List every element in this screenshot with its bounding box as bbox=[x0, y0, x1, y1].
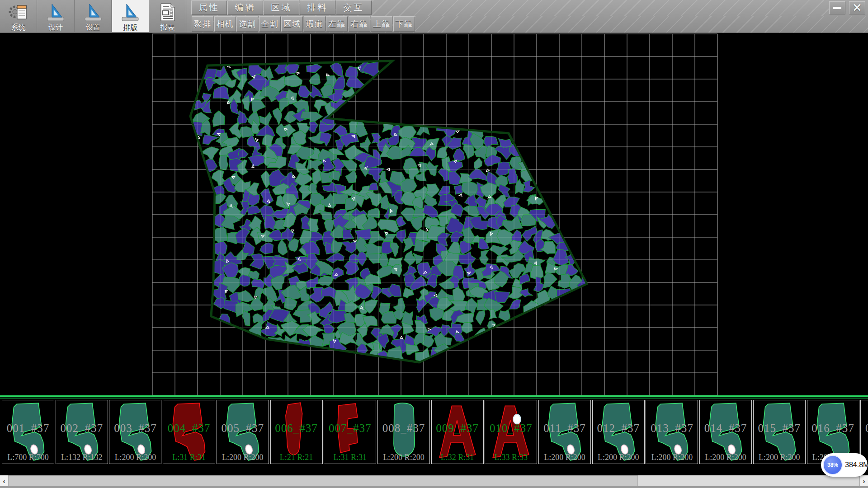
minimize-button[interactable] bbox=[829, 1, 845, 14]
piece-lr-count: L:31 R:31 bbox=[163, 453, 215, 462]
scroll-right-button[interactable]: › bbox=[859, 475, 868, 486]
menu-row2-item-7[interactable]: 右靠 bbox=[349, 16, 370, 32]
gear-notebook-icon bbox=[8, 2, 29, 23]
memory-usage: 384.8M bbox=[845, 453, 868, 477]
nav-item-0[interactable]: 系统 bbox=[0, 0, 37, 32]
piece-lr-count: L:200 R:200 bbox=[378, 453, 429, 462]
nav-item-1[interactable]: 设计 bbox=[38, 0, 75, 32]
menu-row-1: 属性编辑区域排料交互 bbox=[191, 0, 830, 16]
piece-lr-count: L:200 R:200 bbox=[109, 453, 161, 462]
app-window: 属性编辑区域排料交互 聚排相机选割全割区域瑕疵左靠右靠上靠下靠 系统设计设置排版… bbox=[0, 0, 868, 488]
set-square-icon bbox=[83, 2, 104, 23]
bottom-filler bbox=[0, 486, 868, 488]
nav-item-label: 报表 bbox=[160, 23, 175, 32]
thumbnail-cell-005_#37[interactable]: 005_#37L:200 R:200 bbox=[217, 400, 269, 464]
piece-lr-count: L:33 R:33 bbox=[485, 453, 537, 462]
menu-row1-item-2[interactable]: 区域 bbox=[264, 0, 299, 15]
piece-id: 009_#37 bbox=[432, 422, 483, 435]
menu-row2-item-1[interactable]: 相机 bbox=[214, 16, 236, 32]
menu-row1-item-3[interactable]: 排料 bbox=[300, 0, 335, 15]
piece-lr-count: L:132 R:132 bbox=[56, 453, 108, 462]
thumbnail-cell-011_#37[interactable]: 011_#37L:200 R:200 bbox=[538, 400, 591, 464]
thumbnail-row: 001_#37L:700 R:700002_#37L:132 R:132003_… bbox=[0, 400, 868, 465]
thumbnail-cell-004_#37[interactable]: 004_#37L:31 R:31 bbox=[163, 400, 215, 464]
set-square-icon bbox=[45, 2, 66, 23]
piece-id: 012_#37 bbox=[593, 422, 644, 435]
piece-id: 005_#37 bbox=[217, 422, 269, 435]
nav-item-4[interactable]: 报表 bbox=[149, 0, 186, 32]
nav-item-label: 系统 bbox=[11, 23, 26, 32]
piece-id: 015_#37 bbox=[754, 422, 805, 435]
menu-row2-item-4[interactable]: 区域 bbox=[281, 16, 303, 32]
report-doc-icon bbox=[157, 2, 178, 23]
menu-row2-item-0[interactable]: 聚排 bbox=[192, 16, 213, 32]
piece-lr-count: L:31 R:31 bbox=[324, 453, 376, 462]
menu-row2-item-8[interactable]: 上靠 bbox=[371, 16, 392, 32]
nav-item-3[interactable]: 排版 bbox=[112, 0, 149, 32]
menu-row2-item-2[interactable]: 选割 bbox=[236, 16, 258, 32]
menu-row2-item-5[interactable]: 瑕疵 bbox=[304, 16, 326, 32]
piece-id: 016_#37 bbox=[807, 422, 859, 435]
menu-row2-item-6[interactable]: 左靠 bbox=[326, 16, 348, 32]
piece-lr-count: L:32 R:31 bbox=[432, 453, 483, 462]
window-buttons: ✕ bbox=[829, 1, 865, 15]
set-square-icon bbox=[120, 2, 141, 23]
menu-row1-item-1[interactable]: 编辑 bbox=[227, 0, 263, 15]
piece-id: 003_#37 bbox=[109, 422, 161, 435]
piece-lr-count: L:21 R:21 bbox=[271, 453, 322, 462]
minimize-icon bbox=[833, 7, 841, 9]
piece-id: 001_#37 bbox=[2, 422, 54, 435]
thumbnail-cell-003_#37[interactable]: 003_#37L:200 R:200 bbox=[109, 400, 161, 464]
nav-item-label: 排版 bbox=[123, 23, 137, 32]
menu-row1-item-0[interactable]: 属性 bbox=[191, 0, 227, 15]
piece-id: 010_#37 bbox=[485, 422, 537, 435]
thumbnail-cell-012_#37[interactable]: 012_#37L:200 R:200 bbox=[592, 400, 645, 464]
thumbnail-cell-007_#37[interactable]: 007_#37L:31 R:31 bbox=[324, 400, 376, 464]
piece-id: 014_#37 bbox=[700, 422, 751, 435]
nav-item-label: 设置 bbox=[86, 23, 100, 32]
menu-row1-item-4[interactable]: 交互 bbox=[336, 0, 372, 15]
strip-top-line bbox=[0, 395, 868, 397]
close-button[interactable]: ✕ bbox=[849, 1, 865, 14]
thumbnail-cell-002_#37[interactable]: 002_#37L:132 R:132 bbox=[56, 400, 108, 464]
piece-id: 002_#37 bbox=[56, 422, 108, 435]
menu-row2-item-3[interactable]: 全割 bbox=[259, 16, 281, 32]
scrollbar-thumb[interactable] bbox=[8, 475, 638, 486]
strip-top-line-2 bbox=[0, 398, 868, 399]
menu-row2-item-9[interactable]: 下靠 bbox=[393, 16, 415, 32]
piece-lr-count: L:700 R:700 bbox=[2, 453, 54, 462]
progress-percent: 38% bbox=[823, 455, 843, 475]
piece-id: 004_#37 bbox=[163, 422, 215, 435]
horizontal-scrollbar[interactable]: ‹ › bbox=[0, 475, 868, 486]
piece-id: 007_#37 bbox=[324, 422, 376, 435]
thumbnail-cell-015_#37[interactable]: 015_#37L:200 R:200 bbox=[753, 400, 806, 464]
piece-lr-count: L:200 R:200 bbox=[593, 453, 644, 462]
piece-lr-count: L:200 R:200 bbox=[217, 453, 269, 462]
nav-item-label: 设计 bbox=[48, 23, 63, 32]
thumbnail-cell-009_#37[interactable]: 009_#37L:32 R:31 bbox=[431, 400, 484, 464]
nav-icon-bar: 系统设计设置排版报表 bbox=[0, 0, 187, 33]
piece-lr-count: L:200 R:200 bbox=[539, 453, 590, 462]
thumbnail-cell-006_#37[interactable]: 006_#37L:21 R:21 bbox=[270, 400, 323, 464]
piece-id: 017_#37 bbox=[861, 422, 868, 435]
piece-id: 011_#37 bbox=[539, 422, 590, 435]
thumbnail-cell-014_#37[interactable]: 014_#37L:200 R:200 bbox=[699, 400, 752, 464]
piece-id: 008_#37 bbox=[378, 422, 429, 435]
toolbar: 属性编辑区域排料交互 聚排相机选割全割区域瑕疵左靠右靠上靠下靠 系统设计设置排版… bbox=[0, 0, 868, 33]
piece-id: 013_#37 bbox=[646, 422, 698, 435]
piece-id: 006_#37 bbox=[271, 422, 322, 435]
piece-lr-count: L:200 R:200 bbox=[754, 453, 805, 462]
thumbnail-cell-013_#37[interactable]: 013_#37L:200 R:200 bbox=[646, 400, 698, 464]
piece-lr-count: L:200 R:200 bbox=[646, 453, 698, 462]
thumbnail-cell-001_#37[interactable]: 001_#37L:700 R:700 bbox=[2, 400, 54, 464]
piece-strip: 001_#37L:700 R:700002_#37L:132 R:132003_… bbox=[0, 395, 868, 475]
scroll-left-button[interactable]: ‹ bbox=[0, 475, 9, 486]
piece-lr-count: L:200 R:200 bbox=[700, 453, 751, 462]
progress-badge[interactable]: 38% 384.8M bbox=[821, 453, 868, 477]
thumbnail-cell-010_#37[interactable]: 010_#37L:33 R:33 bbox=[485, 400, 537, 464]
menu-row-2: 聚排相机选割全割区域瑕疵左靠右靠上靠下靠 bbox=[192, 16, 868, 33]
nav-item-2[interactable]: 设置 bbox=[75, 0, 112, 32]
thumbnail-cell-008_#37[interactable]: 008_#37L:200 R:200 bbox=[377, 400, 430, 464]
